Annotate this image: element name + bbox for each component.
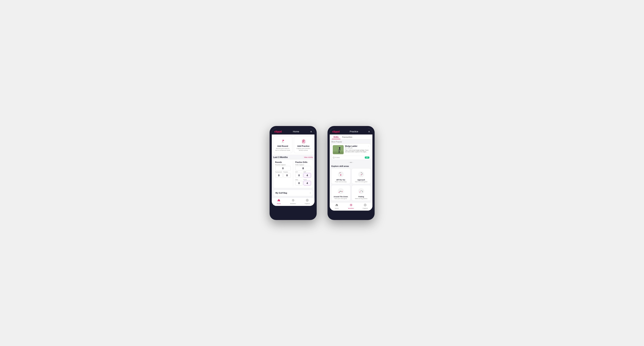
activity-section-header: Last 3 Months View Activity (272, 155, 314, 159)
dot-3[interactable] (352, 162, 353, 163)
nav-home-label: Home (277, 203, 281, 204)
drill-thumbnail (333, 145, 344, 154)
menu-icon[interactable]: ≡ (310, 130, 312, 133)
svg-point-16 (362, 174, 363, 175)
rounds-capture-value: 0 (275, 166, 291, 171)
nav-activities-label-2: Activities (348, 207, 354, 209)
add-round-card[interactable]: Add Round Record your shots in fast or e… (273, 136, 292, 153)
phone-practice: clippd Practice ≡ Drills Favourites Most… (328, 126, 374, 220)
svg-point-22 (340, 191, 340, 192)
drills-capture-value: 8 (295, 166, 311, 171)
capture-icon (306, 199, 309, 202)
skill-desc-approach: Dial-in to hit the green (355, 181, 367, 182)
add-practice-card[interactable]: Add Practice Capture your practice off-t… (294, 136, 313, 153)
stats-card: Rounds Rounds Capture 0 Tournament 0 Pra… (273, 159, 313, 188)
golf-bag-label: My Golf Bag (276, 192, 287, 194)
skill-desc-putting: Make and lag practice (355, 198, 367, 199)
drill-shots: 9 shots (333, 157, 340, 159)
add-round-desc: Record your shots in fast or enhanced mo… (275, 148, 291, 152)
star-icon[interactable]: ☆ (368, 145, 369, 147)
practice-tabs: Drills Favourites (330, 135, 372, 139)
nav-home-2[interactable]: Home (330, 203, 344, 209)
skill-card-approach[interactable]: Approach Dial-in to hit the green (352, 168, 371, 184)
drills-title: Practice Drills (295, 161, 311, 163)
svg-rect-9 (333, 152, 344, 154)
practice-label: Practice (283, 171, 291, 173)
tab-drills[interactable]: Drills (332, 135, 340, 139)
svg-rect-19 (361, 174, 361, 175)
svg-point-2 (282, 142, 284, 143)
skill-name-approach: Approach (358, 179, 365, 181)
skill-card-around-green[interactable]: Around The Green Hone your short game (331, 185, 350, 201)
drills-capture-label: Drills Capture (295, 164, 311, 166)
home-content: Add Round Record your shots in fast or e… (272, 135, 314, 197)
add-practice-title: Add Practice (297, 145, 310, 147)
arg-label: ARG (295, 179, 303, 180)
menu-icon-practice[interactable]: ≡ (368, 130, 370, 133)
bottom-nav-home: Home Activities Capture (272, 197, 314, 206)
putt-label: PUTT (304, 179, 311, 180)
svg-point-11 (333, 157, 334, 158)
tab-favourites[interactable]: Favourites (340, 135, 354, 139)
drill-footer: 9 shots APP (331, 156, 371, 160)
nav-activities-label: Activities (290, 203, 296, 204)
add-round-title: Add Round (277, 145, 288, 147)
putt-value: 4 (304, 181, 311, 185)
skill-card-off-the-tee[interactable]: Off The Tee Power and accuracy (331, 168, 350, 184)
skill-name-ott: Off The Tee (336, 179, 345, 181)
svg-point-12 (338, 171, 344, 177)
nav-home-label-2: Home (335, 207, 338, 209)
app-col: APP 4 (304, 171, 311, 178)
off-the-tee-icon (337, 170, 345, 178)
header-home: clippd Home ≡ (272, 128, 314, 135)
header-practice-title: Practice (350, 130, 358, 133)
carousel-dots (330, 161, 372, 164)
bottom-nav-practice: Home Activities Capture (330, 202, 372, 211)
nav-home[interactable]: Home (272, 199, 286, 204)
flag-icon (280, 138, 286, 144)
nav-capture[interactable]: Capture (300, 199, 314, 204)
svg-rect-14 (341, 175, 341, 176)
svg-rect-4 (303, 140, 304, 141)
app-label: APP (304, 171, 311, 173)
dot-1[interactable] (349, 162, 350, 163)
tournament-col: Tournament 0 (275, 171, 282, 178)
nav-capture-2[interactable]: Capture (358, 203, 372, 209)
skill-desc-arg: Hone your short game (334, 198, 347, 199)
putting-icon (357, 187, 365, 195)
svg-point-23 (340, 191, 341, 192)
svg-rect-1 (282, 140, 283, 142)
approach-icon (357, 170, 365, 178)
golf-bag-row[interactable]: My Golf Bag › (273, 190, 313, 196)
home-icon (277, 199, 280, 202)
nav-activities[interactable]: Activities (286, 199, 300, 204)
drills-col: Practice Drills Drills Capture 8 OTT 0 A… (295, 161, 311, 186)
capture-icon-2 (364, 203, 367, 207)
skill-card-putting[interactable]: Putting Make and lag practice (352, 185, 371, 201)
svg-point-18 (361, 173, 362, 173)
drill-info: Wedge Ladder 50–100 yds ☆ Play 1 shot at… (345, 145, 369, 154)
clipboard-icon (300, 138, 306, 144)
activities-icon (292, 199, 294, 202)
svg-point-10 (339, 147, 340, 149)
ott-value: 0 (295, 173, 303, 178)
drill-card-wedge[interactable]: Wedge Ladder 50–100 yds ☆ Play 1 shot at… (331, 144, 371, 160)
add-practice-desc: Capture your practice off-the-course (296, 148, 312, 152)
header-title: Home (293, 130, 299, 133)
rounds-capture-label: Rounds Capture (275, 164, 291, 166)
svg-rect-26 (342, 191, 342, 192)
explore-label: Explore skill areas (330, 164, 372, 168)
home-icon-2 (335, 203, 338, 207)
skill-name-arg: Around The Green (334, 196, 348, 197)
nav-activities-2[interactable]: Activities (344, 203, 358, 209)
skill-grid: Off The Tee Power and accuracy (330, 168, 372, 202)
tournament-label: Tournament (275, 171, 282, 173)
app-value: 4 (304, 173, 311, 178)
phone-home: clippd Home ≡ Add Round (270, 126, 317, 220)
practice-col: Practice 0 (283, 171, 291, 178)
app-badge: APP (365, 157, 369, 159)
most-popular-label: Most Popular (330, 139, 372, 144)
nav-capture-label: Capture (305, 203, 310, 204)
dot-2[interactable] (350, 162, 352, 163)
view-activity-link[interactable]: View Activity (304, 156, 313, 158)
